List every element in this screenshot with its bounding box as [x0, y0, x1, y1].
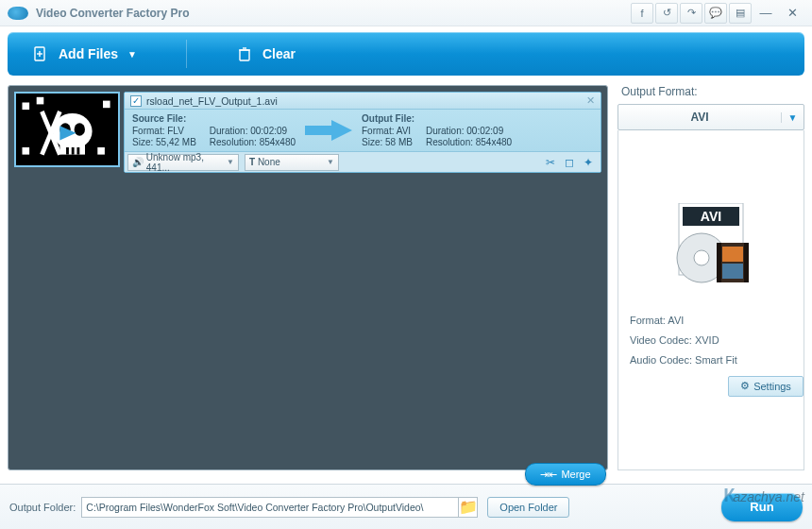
add-files-button[interactable]: Add Files ▼: [21, 40, 148, 68]
svg-point-15: [75, 123, 85, 135]
clear-label: Clear: [262, 46, 296, 61]
svg-rect-8: [37, 97, 44, 105]
source-file-info: Source File: Format: FLV Duration: 00:02…: [132, 113, 296, 147]
merge-icon: ⇥⇤: [540, 469, 557, 481]
trash-icon: [236, 45, 253, 62]
titlebar: Video Converter Factory Pro f ↺ ↷ 💬 ▤ — …: [0, 0, 812, 26]
facebook-icon: f: [640, 8, 643, 19]
svg-rect-9: [23, 147, 30, 155]
clear-button[interactable]: Clear: [225, 40, 307, 68]
output-header: Output File:: [362, 113, 512, 124]
speaker-icon: 🔊: [132, 157, 144, 167]
effects-icon[interactable]: ✦: [584, 156, 593, 169]
close-icon: ✕: [787, 6, 798, 20]
browse-folder-button[interactable]: 📁: [459, 497, 478, 518]
settings-button[interactable]: ⚙Settings: [728, 376, 804, 397]
card-footer: 🔊 Unknow mp3, 441...▼ T None▼ ✂ ◻ ✦: [125, 151, 601, 172]
skull-icon: [16, 94, 118, 165]
facebook-button[interactable]: f: [631, 3, 653, 24]
output-file-info: Output File: Format: AVI Duration: 00:02…: [362, 113, 512, 147]
menu-button[interactable]: ▤: [729, 3, 752, 24]
svg-marker-22: [305, 120, 352, 141]
add-file-icon: [32, 45, 49, 62]
card-header: ✓ rsload_net_FLV_Output_1.avi ✕: [125, 93, 601, 110]
avi-format-icon: AVI: [669, 203, 753, 296]
output-format-panel: Output Format: AVI ▼ AVI: [617, 85, 804, 470]
message-icon: 💬: [709, 7, 722, 19]
output-folder-input[interactable]: [81, 497, 459, 518]
redo-button[interactable]: ↷: [680, 3, 702, 24]
folder-icon: 📁: [459, 498, 478, 516]
format-metadata: Format: AVI Video Codec: XVID Audio Code…: [618, 311, 804, 370]
undo-button[interactable]: ↺: [655, 3, 678, 24]
output-format-title: Output Format:: [617, 85, 804, 104]
svg-rect-10: [103, 101, 110, 109]
redo-icon: ↷: [687, 7, 696, 19]
output-folder-label: Output Folder:: [9, 502, 76, 513]
add-files-label: Add Files: [59, 46, 118, 61]
source-header: Source File:: [132, 113, 296, 124]
message-button[interactable]: 💬: [704, 3, 727, 24]
output-format-dropdown[interactable]: AVI ▼: [617, 104, 804, 130]
svg-rect-29: [717, 243, 721, 282]
svg-rect-30: [744, 243, 749, 282]
undo-icon: ↺: [663, 7, 671, 19]
app-title: Video Converter Factory Pro: [36, 7, 190, 20]
filename: rsload_net_FLV_Output_1.avi: [146, 95, 278, 107]
arrow-right-icon: [303, 118, 354, 143]
svg-rect-7: [23, 103, 30, 111]
gear-icon: ⚙: [740, 380, 750, 392]
shuffle-icon[interactable]: ✂: [546, 156, 555, 169]
video-thumbnail[interactable]: [14, 92, 120, 167]
audio-track-dropdown[interactable]: 🔊 Unknow mp3, 441...▼: [127, 154, 239, 171]
merge-button[interactable]: ⇥⇤Merge: [525, 463, 606, 486]
file-info-card: ✓ rsload_net_FLV_Output_1.avi ✕ Source F…: [124, 92, 601, 173]
subtitle-icon: T: [249, 157, 255, 167]
svg-rect-31: [722, 247, 743, 262]
format-preview: AVI Format: AVI Video Codec: XVID Audio …: [617, 130, 804, 470]
menu-icon: ▤: [736, 7, 745, 19]
file-list-pane: ✓ rsload_net_FLV_Output_1.avi ✕ Source F…: [8, 85, 608, 470]
svg-rect-3: [240, 50, 249, 60]
close-window-button[interactable]: ✕: [780, 3, 804, 24]
main-toolbar: Add Files ▼ Clear: [8, 32, 804, 76]
subtitle-dropdown[interactable]: T None▼: [245, 154, 339, 171]
svg-text:AVI: AVI: [701, 209, 721, 224]
svg-point-27: [694, 250, 709, 265]
minimize-icon: —: [760, 6, 772, 20]
open-folder-button[interactable]: Open Folder: [487, 497, 569, 518]
selected-format: AVI: [618, 111, 781, 124]
minimize-button[interactable]: —: [753, 3, 778, 24]
remove-file-button[interactable]: ✕: [586, 94, 595, 107]
chevron-down-icon: ▼: [781, 112, 804, 123]
svg-rect-18: [76, 147, 79, 155]
toolbar-separator: [186, 40, 187, 68]
svg-rect-32: [722, 264, 743, 279]
file-item[interactable]: ✓ rsload_net_FLV_Output_1.avi ✕ Source F…: [14, 92, 601, 173]
crop-icon[interactable]: ◻: [565, 156, 574, 169]
svg-rect-17: [72, 147, 75, 155]
svg-rect-11: [97, 147, 105, 155]
file-checkbox[interactable]: ✓: [130, 95, 142, 107]
app-logo-icon: [8, 7, 28, 20]
svg-rect-16: [66, 147, 69, 155]
bottom-bar: Output Folder: 📁 Open Folder Run: [0, 484, 812, 529]
chevron-down-icon: ▼: [127, 49, 137, 60]
run-button[interactable]: Run: [721, 493, 803, 521]
